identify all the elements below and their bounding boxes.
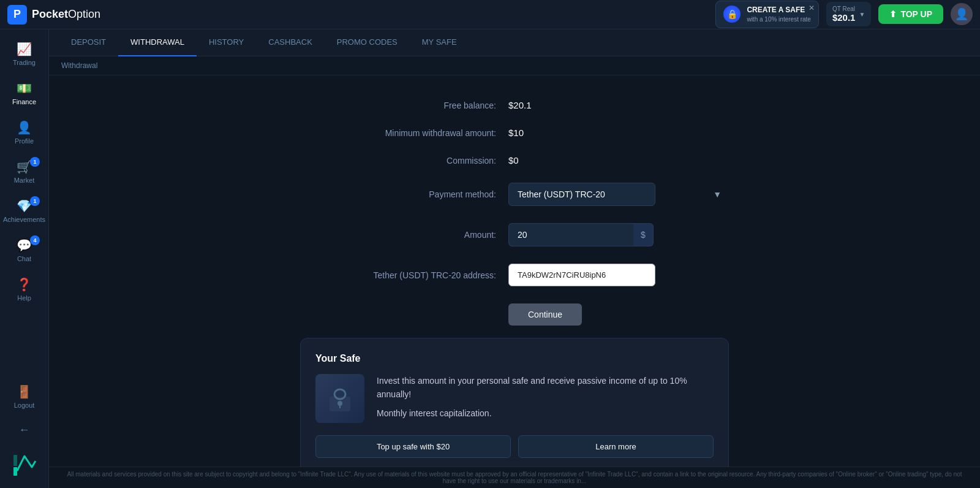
amount-label: Amount:: [300, 230, 508, 240]
tab-my-safe[interactable]: MY SAFE: [410, 29, 469, 56]
address-label: Tether (USDT) TRC-20 address:: [300, 270, 508, 280]
sidebar-item-achievements[interactable]: 1 💎 Achievements: [0, 193, 48, 229]
back-arrow-icon: ←: [19, 424, 30, 437]
address-input[interactable]: [508, 264, 655, 286]
help-icon: ❓: [17, 277, 32, 292]
commission-row: Commission: $0: [300, 155, 729, 166]
sidebar-item-achievements-label: Achievements: [3, 216, 45, 223]
free-balance-label: Free balance:: [300, 101, 508, 110]
sidebar-item-profile[interactable]: 👤 Profile: [0, 114, 48, 151]
top-up-safe-button[interactable]: Top up safe with $20: [315, 435, 511, 458]
continue-button[interactable]: Continue: [508, 303, 582, 326]
balance-widget: QT Real $20.1 ▼: [826, 2, 871, 26]
svg-rect-1: [13, 455, 17, 466]
profile-icon: 👤: [17, 120, 32, 135]
learn-more-button[interactable]: Learn more: [518, 435, 714, 458]
form-section: Free balance: $20.1 Minimum withdrawal a…: [300, 100, 729, 467]
trading-icon: 📈: [17, 42, 32, 56]
min-withdrawal-row: Minimum withdrawal amount: $10: [300, 128, 729, 138]
sidebar-item-logout-label: Logout: [14, 402, 35, 409]
min-withdrawal-value: $10: [508, 128, 524, 138]
sidebar-item-profile-label: Profile: [15, 137, 34, 145]
tab-promo-codes[interactable]: PROMO CODES: [325, 29, 410, 56]
safe-banner-text: CREATE A SAFE with a 10% interest rate: [747, 5, 811, 24]
amount-row: Amount: $: [300, 223, 729, 246]
sidebar-item-trading-label: Trading: [13, 59, 36, 66]
sidebar-item-logout[interactable]: 🚪 Logout: [0, 378, 48, 415]
sidebar: 📈 Trading 💵 Finance 👤 Profile 1 🛒 Market…: [0, 29, 49, 488]
avatar[interactable]: 👤: [951, 3, 973, 25]
payment-method-wrapper: Tether (USDT) TRC-20 Bitcoin Ethereum ▼: [508, 183, 729, 206]
logo-text: PocketOption: [32, 8, 100, 21]
free-balance-row: Free balance: $20.1: [300, 100, 729, 110]
commission-value: $0: [508, 155, 519, 166]
content-area: DEPOSIT WITHDRAWAL HISTORY CASHBACK PROM…: [49, 29, 980, 488]
balance-label: QT Real: [832, 6, 856, 12]
topup-icon: ⬆: [889, 9, 897, 19]
tab-cashback[interactable]: CASHBACK: [256, 29, 325, 56]
safe-banner[interactable]: 🔒 CREATE A SAFE with a 10% interest rate…: [715, 1, 819, 28]
sidebar-item-trading[interactable]: 📈 Trading: [0, 36, 48, 72]
topup-button[interactable]: ⬆ TOP UP: [878, 4, 943, 24]
main-layout: 📈 Trading 💵 Finance 👤 Profile 1 🛒 Market…: [0, 29, 980, 488]
withdrawal-content: Free balance: $20.1 Minimum withdrawal a…: [49, 75, 980, 467]
chat-badge: 4: [30, 235, 40, 245]
tab-deposit[interactable]: DEPOSIT: [59, 29, 118, 56]
svg-rect-0: [13, 467, 17, 476]
header-right: 🔒 CREATE A SAFE with a 10% interest rate…: [715, 1, 973, 28]
sidebar-item-chat[interactable]: 4 💬 Chat: [0, 232, 48, 269]
min-withdrawal-label: Minimum withdrawal amount:: [300, 128, 508, 138]
sidebar-item-finance[interactable]: 💵 Finance: [0, 75, 48, 112]
sidebar-item-finance-label: Finance: [12, 98, 36, 105]
sidebar-item-back[interactable]: ←: [0, 417, 48, 443]
tab-history[interactable]: HISTORY: [197, 29, 256, 56]
header-left: P PocketOption: [7, 5, 100, 25]
logout-icon: 🚪: [17, 384, 32, 399]
safe-card-title: Your Safe: [315, 353, 714, 364]
header: P PocketOption 🔒 CREATE A SAFE with a 10…: [0, 0, 980, 29]
safe-card-text: Invest this amount in your personal safe…: [377, 374, 714, 420]
sidebar-item-market[interactable]: 1 🛒 Market: [0, 153, 48, 190]
amount-input-wrapper: $: [508, 223, 643, 246]
safe-banner-close-icon[interactable]: ✕: [809, 4, 815, 12]
achievements-badge: 1: [30, 196, 40, 206]
balance-dropdown-icon[interactable]: ▼: [859, 11, 865, 18]
amount-input[interactable]: [508, 223, 633, 246]
sidebar-item-help-label: Help: [17, 294, 31, 302]
safe-card-body: Invest this amount in your personal safe…: [315, 374, 714, 423]
payment-method-row: Payment method: Tether (USDT) TRC-20 Bit…: [300, 183, 729, 206]
free-balance-value: $20.1: [508, 100, 532, 110]
bottom-logo: [6, 445, 43, 482]
footer-text: All materials and services provided on t…: [67, 471, 962, 484]
balance-amount: $20.1: [832, 12, 856, 23]
footer: All materials and services provided on t…: [49, 467, 980, 488]
payment-method-label: Payment method:: [300, 189, 508, 199]
payment-method-select[interactable]: Tether (USDT) TRC-20 Bitcoin Ethereum: [508, 183, 655, 206]
market-badge: 1: [30, 157, 40, 167]
safe-card-image: [315, 374, 364, 423]
sidebar-item-market-label: Market: [14, 177, 35, 184]
amount-suffix: $: [633, 223, 654, 246]
breadcrumb: Withdrawal: [49, 56, 980, 75]
safe-icon: 🔒: [723, 6, 741, 23]
tab-withdrawal[interactable]: WITHDRAWAL: [118, 29, 197, 56]
tabs-bar: DEPOSIT WITHDRAWAL HISTORY CASHBACK PROM…: [49, 29, 980, 56]
safe-image-icon: [325, 383, 355, 414]
sidebar-item-chat-label: Chat: [17, 255, 31, 262]
sidebar-item-help[interactable]: ❓ Help: [0, 271, 48, 308]
address-row: Tether (USDT) TRC-20 address:: [300, 264, 729, 286]
commission-label: Commission:: [300, 156, 508, 166]
brand-logo-icon: [11, 450, 38, 477]
svg-point-4: [337, 401, 342, 406]
safe-card: Your Safe Invest this a: [300, 338, 729, 467]
finance-icon: 💵: [17, 81, 32, 96]
select-arrow-icon: ▼: [713, 189, 722, 199]
logo-icon: P: [7, 5, 27, 25]
safe-card-actions: Top up safe with $20 Learn more: [315, 435, 714, 458]
